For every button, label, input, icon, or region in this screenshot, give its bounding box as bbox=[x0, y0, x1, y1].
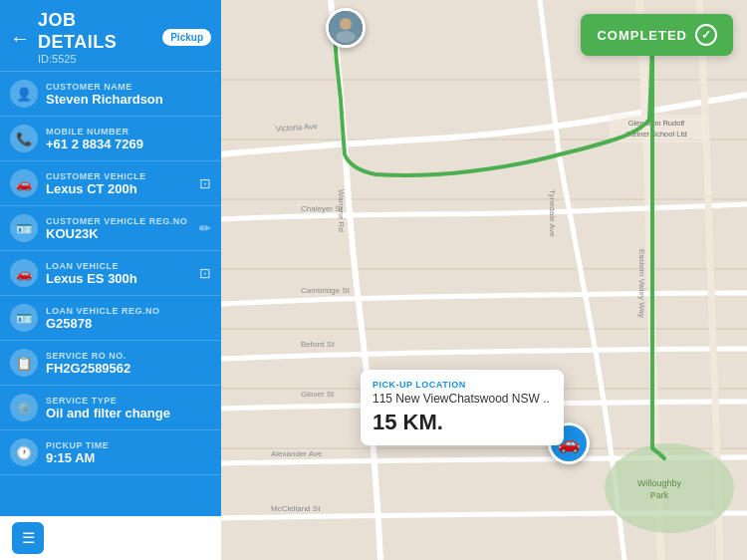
loan-reg-icon: 🪪 bbox=[10, 304, 38, 332]
completed-label: COMPLETED bbox=[597, 28, 687, 43]
map-svg: Willoughby Park Glenaeon Rudolf Steiner … bbox=[221, 0, 747, 560]
customer-name-value: Steven Richardson bbox=[46, 92, 211, 107]
avatar-marker bbox=[326, 8, 366, 48]
svg-text:Chaleyer St: Chaleyer St bbox=[301, 204, 344, 213]
header-title-block: JOB DETAILS ID:5525 bbox=[38, 10, 154, 65]
bottom-bar: ☰ bbox=[0, 516, 221, 560]
pickup-badge: Pickup bbox=[162, 29, 211, 46]
svg-text:Willoughby: Willoughby bbox=[637, 478, 682, 488]
service-type-content: SERVICE TYPE Oil and filter change bbox=[46, 396, 211, 420]
scan-icon[interactable]: ⊡ bbox=[199, 175, 211, 191]
job-id: ID:5525 bbox=[38, 53, 154, 65]
service-ro-row: 📋 SERVICE RO NO. FH2G2589562 bbox=[0, 341, 221, 386]
pickup-time-content: PICKUP TIME 9:15 AM bbox=[46, 440, 211, 465]
completed-button[interactable]: COMPLETED ✓ bbox=[581, 14, 733, 56]
mobile-content: MOBILE NUMBER +61 2 8834 7269 bbox=[46, 127, 211, 151]
customer-name-label: CUSTOMER NAME bbox=[46, 82, 211, 92]
list-view-button[interactable]: ☰ bbox=[12, 522, 44, 554]
svg-text:Eastern Valley Way: Eastern Valley Way bbox=[637, 249, 646, 318]
svg-text:Tynedale Ave: Tynedale Ave bbox=[548, 189, 557, 237]
service-ro-content: SERVICE RO NO. FH2G2589562 bbox=[46, 351, 211, 376]
mobile-value: +61 2 8834 7269 bbox=[46, 137, 211, 151]
pickup-location-label: PICK-UP LOCATION bbox=[373, 380, 550, 390]
pickup-time-row: 🕐 PICKUP TIME 9:15 AM bbox=[0, 430, 221, 475]
pickup-info-popup: PICK-UP LOCATION 115 New ViewChatswood N… bbox=[361, 370, 564, 445]
mobile-number-row: 📞 MOBILE NUMBER +61 2 8834 7269 bbox=[0, 117, 221, 161]
customer-reg-content: CUSTOMER VEHICLE REG.NO KOU23K bbox=[46, 216, 191, 241]
info-list: 👤 CUSTOMER NAME Steven Richardson 📞 MOBI… bbox=[0, 72, 221, 516]
customer-name-content: CUSTOMER NAME Steven Richardson bbox=[46, 82, 211, 107]
customer-reg-value: KOU23K bbox=[46, 226, 191, 241]
svg-point-27 bbox=[336, 31, 356, 43]
pickup-address: 115 New ViewChatswood NSW .. bbox=[373, 392, 550, 406]
svg-text:Beford St: Beford St bbox=[301, 340, 335, 349]
mobile-label: MOBILE NUMBER bbox=[46, 127, 211, 137]
check-circle-icon: ✓ bbox=[695, 24, 717, 46]
edit-icon[interactable]: ✏ bbox=[199, 220, 211, 236]
svg-text:Cambridge St: Cambridge St bbox=[301, 286, 351, 295]
svg-text:McClelland St: McClelland St bbox=[271, 504, 321, 513]
service-ro-icon: 📋 bbox=[10, 349, 38, 377]
svg-text:Alexander Ave: Alexander Ave bbox=[271, 449, 323, 458]
loan-car-icon: 🚗 bbox=[10, 259, 38, 287]
customer-reg-row: 🪪 CUSTOMER VEHICLE REG.NO KOU23K ✏ bbox=[0, 206, 221, 251]
service-type-row: ⚙️ SERVICE TYPE Oil and filter change bbox=[0, 386, 221, 430]
svg-text:Park: Park bbox=[650, 490, 669, 500]
clock-icon: 🕐 bbox=[10, 438, 38, 466]
customer-vehicle-content: CUSTOMER VEHICLE Lexus CT 200h bbox=[46, 171, 191, 196]
svg-text:Glover St: Glover St bbox=[301, 390, 335, 399]
page-title: JOB DETAILS bbox=[38, 10, 154, 53]
customer-vehicle-label: CUSTOMER VEHICLE bbox=[46, 171, 191, 181]
loan-vehicle-row: 🚗 LOAN VEHICLE Lexus ES 300h ⊡ bbox=[0, 251, 221, 296]
left-panel: ← JOB DETAILS ID:5525 Pickup 👤 CUSTOMER … bbox=[0, 0, 221, 560]
loan-vehicle-value: Lexus ES 300h bbox=[46, 271, 191, 286]
pickup-distance: 15 KM. bbox=[373, 410, 550, 435]
svg-point-26 bbox=[340, 18, 352, 30]
svg-text:Glenaeon Rudolf: Glenaeon Rudolf bbox=[628, 119, 685, 128]
back-button[interactable]: ← bbox=[10, 28, 30, 48]
gear-icon: ⚙️ bbox=[10, 394, 38, 421]
loan-reg-label: LOAN VEHICLE REG.NO bbox=[46, 306, 211, 316]
map-area: Willoughby Park Glenaeon Rudolf Steiner … bbox=[221, 0, 747, 560]
person-icon: 👤 bbox=[10, 80, 38, 108]
customer-reg-label: CUSTOMER VEHICLE REG.NO bbox=[46, 216, 191, 226]
service-type-label: SERVICE TYPE bbox=[46, 396, 211, 406]
loan-vehicle-content: LOAN VEHICLE Lexus ES 300h bbox=[46, 261, 191, 286]
customer-vehicle-value: Lexus CT 200h bbox=[46, 181, 191, 196]
service-ro-label: SERVICE RO NO. bbox=[46, 351, 211, 361]
id-card-icon: 🪪 bbox=[10, 214, 38, 242]
loan-reg-row: 🪪 LOAN VEHICLE REG.NO G25878 bbox=[0, 296, 221, 341]
loan-reg-content: LOAN VEHICLE REG.NO G25878 bbox=[46, 306, 211, 331]
customer-vehicle-row: 🚗 CUSTOMER VEHICLE Lexus CT 200h ⊡ bbox=[0, 161, 221, 206]
check-icon: ✓ bbox=[701, 28, 712, 42]
customer-name-row: 👤 CUSTOMER NAME Steven Richardson bbox=[0, 72, 221, 117]
loan-scan-icon[interactable]: ⊡ bbox=[199, 265, 211, 281]
loan-vehicle-label: LOAN VEHICLE bbox=[46, 261, 191, 271]
svg-point-8 bbox=[605, 443, 734, 533]
pickup-time-value: 9:15 AM bbox=[46, 450, 211, 465]
phone-icon: 📞 bbox=[10, 125, 38, 152]
car-icon: 🚗 bbox=[10, 169, 38, 197]
service-ro-value: FH2G2589562 bbox=[46, 361, 211, 376]
header: ← JOB DETAILS ID:5525 Pickup bbox=[0, 0, 221, 72]
service-type-value: Oil and filter change bbox=[46, 406, 211, 420]
loan-reg-value: G25878 bbox=[46, 316, 211, 331]
pickup-marker bbox=[326, 8, 366, 48]
pickup-time-label: PICKUP TIME bbox=[46, 440, 211, 450]
list-icon: ☰ bbox=[22, 529, 35, 547]
